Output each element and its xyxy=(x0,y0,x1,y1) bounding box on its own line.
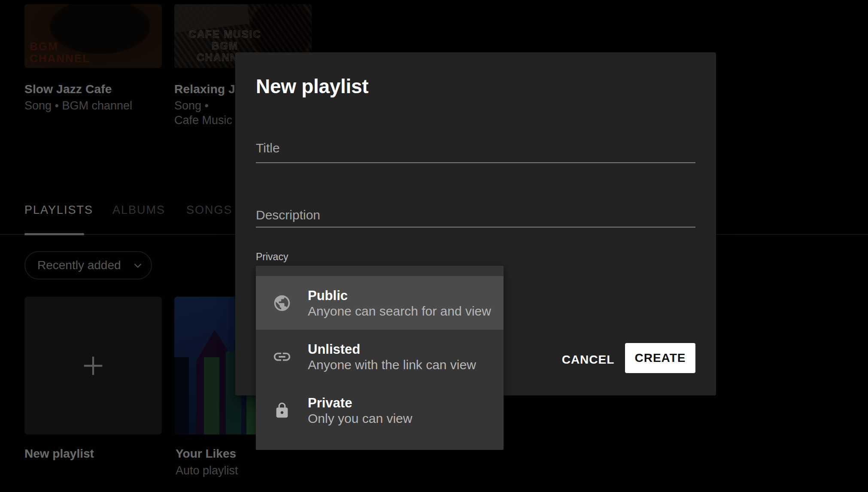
privacy-option-name: Unlisted xyxy=(308,342,476,357)
privacy-option-private[interactable]: Private Only you can view xyxy=(256,383,504,437)
privacy-dropdown-menu: Public Anyone can search for and view Un… xyxy=(256,266,504,450)
youtube-music-page: BGM CHANNEL CAFE MUSIC BGM CHANNEL Slow … xyxy=(0,0,868,492)
lock-icon xyxy=(272,402,292,419)
create-button[interactable]: CREATE xyxy=(625,343,695,373)
cancel-button[interactable]: CANCEL xyxy=(556,346,620,374)
privacy-option-name: Private xyxy=(308,395,412,410)
title-input[interactable]: Title xyxy=(256,141,280,155)
description-input[interactable]: Description xyxy=(256,208,320,222)
privacy-option-description: Anyone can search for and view xyxy=(308,304,491,318)
privacy-option-unlisted[interactable]: Unlisted Anyone with the link can view xyxy=(256,330,504,383)
privacy-field-label: Privacy xyxy=(256,251,288,263)
dialog-title: New playlist xyxy=(256,75,368,98)
link-icon xyxy=(272,347,292,367)
globe-icon xyxy=(272,294,292,313)
privacy-option-description: Anyone with the link can view xyxy=(308,358,476,372)
privacy-option-public[interactable]: Public Anyone can search for and view xyxy=(256,276,504,330)
privacy-option-name: Public xyxy=(308,288,491,303)
description-input-underline xyxy=(256,227,695,228)
title-input-underline xyxy=(256,162,695,163)
privacy-option-description: Only you can view xyxy=(308,411,412,425)
